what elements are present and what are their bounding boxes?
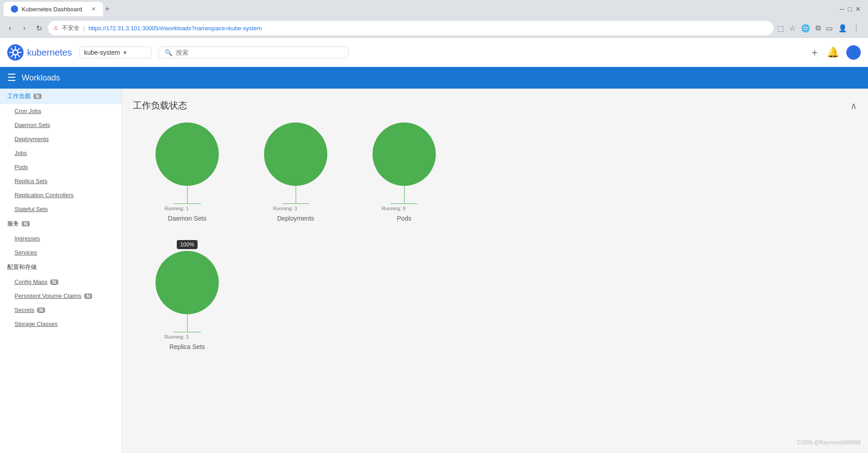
workload-deployments: Running: 3 Deployments <box>250 123 341 222</box>
header-action-icons: ＋ 🔔 👤 <box>810 45 861 60</box>
workload-grid: Running: 1 Daemon Sets Running: 3 Deploy… <box>133 123 857 222</box>
profile-icon[interactable]: 👤 <box>838 24 847 33</box>
deployments-circle-container: Running: 3 <box>264 123 327 211</box>
main-content: 工作负载状态 ∧ Running: 1 Daemon Sets Running:… <box>122 89 868 453</box>
search-input[interactable] <box>176 49 343 56</box>
browser-chrome: Kubernetes Dashboard ✕ + ─ □ ✕ ‹ › ↻ ⚠ 不… <box>0 0 868 38</box>
secrets-badge: N <box>37 307 45 313</box>
insecure-label: 不安全 <box>62 24 80 32</box>
avatar-icon: 👤 <box>849 48 858 57</box>
sidebar-item-ingresses[interactable]: Ingresses <box>0 231 122 245</box>
daemon-sets-running: Running: 1 <box>165 206 189 211</box>
bookmark-icon[interactable]: ☆ <box>789 24 796 33</box>
window-maximize[interactable]: □ <box>848 5 852 13</box>
pvc-badge: N <box>84 293 92 299</box>
tab-title: Kubernetes Dashboard <box>22 6 88 13</box>
browser-address-row: ‹ › ↻ ⚠ 不安全 | https://172.31.3.101:30005… <box>0 18 868 38</box>
sidebar-item-services[interactable]: Services <box>0 245 122 260</box>
back-button[interactable]: ‹ <box>5 23 15 33</box>
sidebar: 工作负载 N Cron Jobs Daemon Sets Deployments… <box>0 89 122 453</box>
sidebar-section-workloads[interactable]: 工作负载 N <box>0 89 122 104</box>
app-body: 工作负载 N Cron Jobs Daemon Sets Deployments… <box>0 89 868 453</box>
new-tab-button[interactable]: + <box>105 5 110 14</box>
translate-icon[interactable]: 🌐 <box>801 24 810 33</box>
more-icon[interactable]: ⋮ <box>853 24 860 33</box>
kubernetes-logo-icon <box>7 44 24 61</box>
sidebar-item-deployments[interactable]: Deployments <box>0 132 122 146</box>
add-button[interactable]: ＋ <box>810 46 820 59</box>
sidebar-item-config-maps[interactable]: Config Maps N <box>0 275 122 289</box>
workload-replica-sets: 100% Running: 3 Replica Sets <box>142 240 232 350</box>
workload-daemon-sets: Running: 1 Daemon Sets <box>142 123 232 222</box>
deployments-running: Running: 3 <box>273 206 297 211</box>
replica-sets-tooltip: 100% <box>177 240 198 249</box>
namespace-selector[interactable]: kube-system ▾ <box>79 47 151 58</box>
app-logo: kubernetes <box>7 44 72 61</box>
logo-text: kubernetes <box>27 47 72 58</box>
cast-icon[interactable]: ⬚ <box>777 24 784 33</box>
notifications-button[interactable]: 🔔 <box>827 47 839 58</box>
pods-circle <box>373 123 436 186</box>
toolbar-icons: ⬚ ☆ 🌐 ⧉ ▭ 👤 ⋮ <box>777 24 863 33</box>
security-warning-icon: ⚠ <box>53 25 58 31</box>
sidebar-item-storage-classes[interactable]: Storage Classes <box>0 317 122 331</box>
window-close[interactable]: ✕ <box>855 5 861 13</box>
watermark: CSDN @Raymond999999 <box>797 439 861 446</box>
section-title: 工作负载状态 <box>133 99 187 112</box>
sidebar-item-stateful-sets[interactable]: Stateful Sets <box>0 202 122 216</box>
browser-tab[interactable]: Kubernetes Dashboard ✕ <box>4 2 103 16</box>
user-avatar[interactable]: 👤 <box>846 45 861 60</box>
pods-stem <box>404 186 405 204</box>
daemon-sets-stem <box>187 186 188 204</box>
sidebar-item-replication-controllers[interactable]: Replication Controllers <box>0 188 122 202</box>
window-minimize[interactable]: ─ <box>840 5 844 13</box>
search-bar[interactable]: 🔍 <box>159 47 349 58</box>
replica-sets-stem <box>187 314 188 332</box>
sidebar-section-config[interactable]: 配置和存储 <box>0 260 122 275</box>
services-badge: N <box>22 221 30 226</box>
sidebar-item-jobs[interactable]: Jobs <box>0 146 122 160</box>
daemon-sets-name: Daemon Sets <box>168 215 207 222</box>
url-text[interactable]: https://172.31.3.101:30005/#/workloads?n… <box>89 25 262 32</box>
nav-menu-icon[interactable]: ☰ <box>7 72 16 84</box>
sidebar-item-cron-jobs[interactable]: Cron Jobs <box>0 104 122 118</box>
config-maps-badge: N <box>50 279 58 285</box>
search-icon: 🔍 <box>165 49 172 56</box>
services-label: 服务 <box>7 220 19 228</box>
workloads-label: 工作负载 <box>7 92 31 100</box>
collapse-button[interactable]: ∧ <box>850 100 857 111</box>
reload-button[interactable]: ↻ <box>33 23 44 33</box>
sidebar-item-replica-sets[interactable]: Replica Sets <box>0 174 122 188</box>
sidebar-item-daemon-sets[interactable]: Daemon Sets <box>0 118 122 132</box>
sidebar-item-secrets[interactable]: Secrets N <box>0 303 122 317</box>
namespace-dropdown-icon: ▾ <box>123 49 127 56</box>
deployments-circle <box>264 123 327 186</box>
sidebar-icon[interactable]: ▭ <box>826 24 833 33</box>
kubernetes-favicon <box>11 5 18 13</box>
nav-bar: ☰ Workloads <box>0 67 868 89</box>
pods-circle-container: Running: 9 <box>373 123 436 211</box>
workload-pods: Running: 9 Pods <box>359 123 449 222</box>
browser-titlebar: Kubernetes Dashboard ✕ + ─ □ ✕ <box>0 0 868 18</box>
address-bar[interactable]: ⚠ 不安全 | https://172.31.3.101:30005/#/wor… <box>48 21 774 35</box>
config-label: 配置和存储 <box>7 263 37 271</box>
sidebar-section-services[interactable]: 服务 N <box>0 216 122 231</box>
replica-sets-circle <box>156 251 219 314</box>
extensions-icon[interactable]: ⧉ <box>816 24 821 32</box>
workload-status-header: 工作负载状态 ∧ <box>133 99 857 112</box>
forward-button[interactable]: › <box>19 23 30 33</box>
pods-name: Pods <box>397 215 411 222</box>
daemon-sets-circle-container: Running: 1 <box>156 123 219 211</box>
replica-sets-running: Running: 3 <box>165 334 189 340</box>
sidebar-item-pvc[interactable]: Persistent Volume Claims N <box>0 289 122 303</box>
namespace-value: kube-system <box>84 49 120 56</box>
workloads-badge: N <box>33 94 42 99</box>
pods-running: Running: 9 <box>382 206 406 211</box>
nav-title: Workloads <box>22 73 60 83</box>
daemon-sets-circle <box>156 123 219 186</box>
sidebar-item-pods[interactable]: Pods <box>0 160 122 174</box>
tab-close-button[interactable]: ✕ <box>91 6 96 12</box>
deployments-name: Deployments <box>277 215 314 222</box>
deployments-stem <box>296 186 296 204</box>
svg-point-2 <box>14 51 17 54</box>
